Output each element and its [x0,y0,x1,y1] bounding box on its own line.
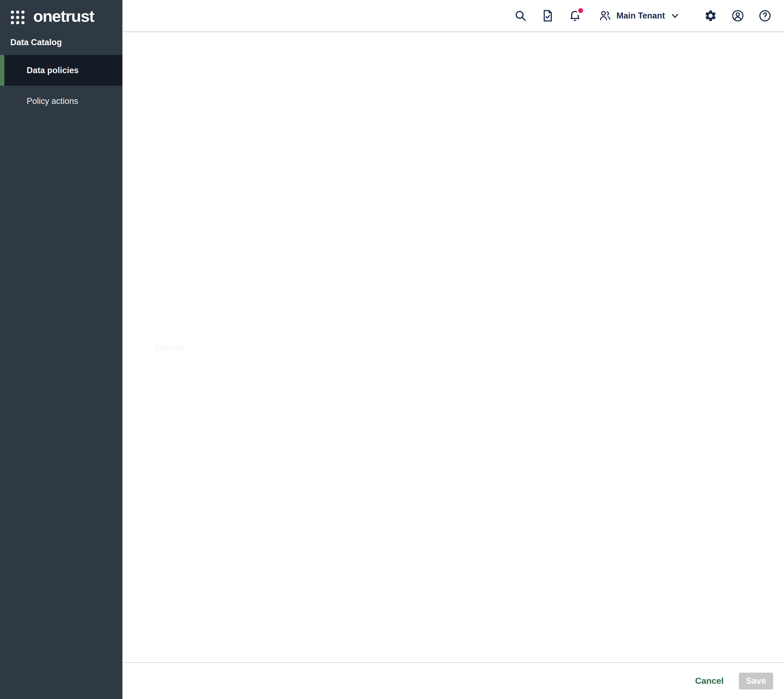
onetrust-logo: onetrust [33,8,94,27]
app-window: onetrust Data Catalog Home Policy Manage… [0,0,784,699]
notifications-bell-icon[interactable] [569,9,582,22]
document-check-icon[interactable] [541,9,554,22]
top-bar: Main Tenant [123,0,784,32]
cancel-button[interactable]: Cancel [695,676,724,686]
tenant-label: Main Tenant [616,11,665,21]
chevron-down-icon [670,11,680,21]
tenant-switcher[interactable]: Main Tenant [598,9,680,22]
sidebar: onetrust Data Catalog Home Policy Manage… [0,0,123,699]
help-icon[interactable] [758,9,771,22]
document-icon [134,341,146,354]
users-icon [598,9,612,22]
sidebar-item-data-policies[interactable]: Data policies [0,55,122,86]
account-icon[interactable] [731,9,744,22]
product-name: Data Catalog [0,34,122,55]
footer-action-bar: Cancel Save [123,662,784,699]
logo-row[interactable]: onetrust [0,0,122,34]
sidebar-item-settings[interactable]: Settings [123,32,784,662]
settings-gear-icon[interactable] [704,9,717,22]
app-launcher-grid-icon[interactable] [9,9,26,26]
notification-dot [578,8,583,13]
sidebar-item-policy-actions[interactable]: Policy actions [0,86,122,116]
search-icon[interactable] [514,9,527,22]
save-button[interactable]: Save [739,672,773,689]
